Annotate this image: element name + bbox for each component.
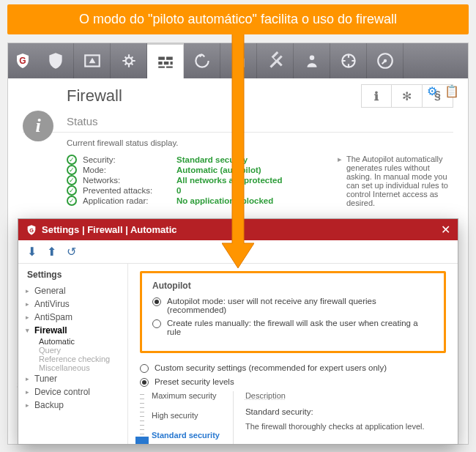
checkmark-icon: ✓ (67, 196, 77, 206)
tree-subitem-miscellaneous[interactable]: Miscellaneous (23, 363, 123, 372)
tree-subitem-query[interactable]: Query (23, 346, 123, 355)
radio-preset-security[interactable]: Preset security levels (140, 377, 446, 387)
reset-icon[interactable]: ↺ (67, 245, 76, 259)
tree-item-general[interactable]: ▸General (23, 284, 123, 297)
tab-overview[interactable] (37, 43, 74, 78)
svg-text:G: G (29, 226, 34, 233)
security-level-label[interactable]: Maximum security (152, 391, 220, 400)
tab-tuner[interactable] (330, 43, 367, 78)
brand-logo-icon: G (8, 43, 37, 78)
annotation-banner: O modo do "piloto automático" facilita o… (7, 4, 469, 34)
tab-alerts[interactable] (74, 43, 111, 78)
dialog-title: Settings | Firewall | Automatic (42, 224, 177, 235)
tab-tools[interactable] (257, 43, 294, 78)
tree-item-antispam[interactable]: ▸AntiSpam (23, 311, 123, 324)
svg-text:G: G (19, 56, 26, 66)
tab-antivirus[interactable] (111, 43, 147, 78)
gear-icon[interactable]: ⚙ (427, 84, 437, 98)
checkmark-icon: ✓ (67, 155, 77, 165)
tree-subitem-automatic[interactable]: Automatic (23, 337, 123, 346)
export-icon[interactable]: ⬆ (47, 245, 56, 259)
tree-item-device-control[interactable]: ▸Device control (23, 385, 123, 399)
security-slider[interactable]: Maximum securityHigh securityStandard se… (140, 391, 220, 444)
tree-item-tuner[interactable]: ▸Tuner (23, 372, 123, 385)
tab-backup[interactable] (184, 43, 220, 78)
subtab-rules[interactable]: ✻ (392, 84, 423, 108)
checkmark-icon: ✓ (67, 185, 77, 196)
clipboard-icon[interactable]: 📋 (445, 84, 459, 98)
close-icon[interactable]: ✕ (441, 223, 450, 237)
annotation-arrow-icon (222, 34, 254, 268)
import-icon[interactable]: ⬇ (27, 245, 37, 259)
slider-thumb-icon[interactable] (135, 437, 149, 444)
radio-icon (140, 378, 149, 387)
security-level-label[interactable]: High security (152, 411, 220, 420)
tab-parental[interactable] (294, 43, 330, 78)
subtab-info[interactable]: ℹ (361, 84, 392, 108)
status-row-appradar: ✓Application radar:No applications block… (67, 196, 330, 206)
radio-manual-mode[interactable]: Create rules manually: the firewall will… (152, 319, 434, 336)
radio-icon (140, 364, 149, 373)
security-level-label[interactable]: Standard security (152, 431, 220, 440)
status-row-mode: ✓Mode:Automatic (autopilot) (67, 165, 330, 175)
tree-item-backup[interactable]: ▸Backup (23, 399, 123, 412)
status-row-security: ✓Security:Standard security (67, 155, 330, 165)
checkmark-icon: ✓ (67, 165, 77, 175)
radio-custom-security[interactable]: Custom security settings (recommended fo… (140, 363, 446, 373)
radio-autopilot-mode[interactable]: Autopilot mode: user will not receive an… (152, 297, 434, 314)
settings-tree-heading: Settings (23, 270, 123, 280)
svg-point-4 (309, 55, 314, 60)
autopilot-tip: The Autopilot automatically generates ru… (338, 155, 453, 207)
tab-firewall[interactable] (147, 43, 184, 78)
security-description: Description Standard security: The firew… (233, 391, 425, 444)
shield-icon: G (26, 224, 37, 236)
radio-icon (152, 319, 161, 328)
status-row-networks: ✓Networks:All networks are protected (67, 175, 330, 185)
checkmark-icon: ✓ (67, 175, 77, 185)
tree-item-antivirus[interactable]: ▸AntiVirus (23, 297, 123, 311)
tab-manager[interactable] (367, 43, 404, 78)
info-icon: i (23, 111, 53, 141)
radio-icon (152, 297, 161, 306)
tree-item-firewall[interactable]: ▾Firewall (23, 324, 123, 337)
autopilot-title: Autopilot (152, 281, 434, 291)
tree-subitem-reference-checking[interactable]: Reference checking (23, 355, 123, 363)
page-title: Firewall (67, 86, 122, 105)
status-row-attacks: ✓Prevented attacks:0 (67, 185, 330, 196)
settings-tree: Settings ▸General▸AntiVirus▸AntiSpam▾Fir… (18, 264, 128, 444)
autopilot-group: Autopilot Autopilot mode: user will not … (140, 271, 446, 353)
